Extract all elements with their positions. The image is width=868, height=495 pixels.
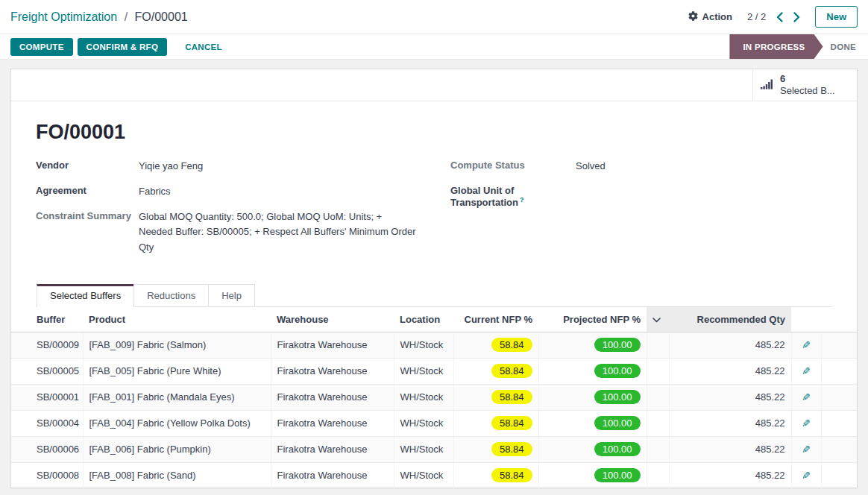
cell-warehouse[interactable]: Firakotra Warehouse xyxy=(271,462,394,488)
current-nfp-badge: 58.84 xyxy=(491,468,532,482)
col-header-product[interactable]: Product xyxy=(83,307,271,332)
cell-recommended-qty[interactable]: 485.22 xyxy=(669,384,791,410)
tab-help[interactable]: Help xyxy=(208,284,255,307)
table-row[interactable]: SB/00008 [FAB_008] Fabric (Sand) Firakot… xyxy=(11,462,857,488)
field-grid: Vendor Yiqie yao Feng Agreement Fabrics … xyxy=(36,159,832,265)
edit-pencil-icon[interactable] xyxy=(802,470,811,482)
edit-pencil-icon[interactable] xyxy=(802,339,811,351)
cell-spacer xyxy=(647,358,669,384)
chevron-right-icon[interactable] xyxy=(793,12,800,22)
cell-buffer[interactable]: SB/00008 xyxy=(11,462,83,488)
vendor-value[interactable]: Yiqie yao Feng xyxy=(139,159,203,174)
tab-reductions[interactable]: Reductions xyxy=(133,284,209,307)
cell-warehouse[interactable]: Firakotra Warehouse xyxy=(271,410,394,436)
cancel-button[interactable]: CANCEL xyxy=(177,38,230,56)
agreement-value[interactable]: Fabrics xyxy=(139,184,171,199)
cell-warehouse[interactable]: Firakotra Warehouse xyxy=(271,436,394,462)
tab-selected-buffers[interactable]: Selected Buffers xyxy=(37,284,134,307)
cell-recommended-qty[interactable]: 485.22 xyxy=(669,410,791,436)
compute-status-label: Compute Status xyxy=(450,159,576,174)
stage-in-progress[interactable]: IN PROGRESS xyxy=(729,34,823,59)
cell-warehouse[interactable]: Firakotra Warehouse xyxy=(271,332,394,358)
current-nfp-badge: 58.84 xyxy=(491,390,532,404)
edit-pencil-icon[interactable] xyxy=(802,365,811,377)
current-nfp-badge: 58.84 xyxy=(491,416,532,430)
col-header-buffer[interactable]: Buffer xyxy=(11,307,83,332)
cell-product[interactable]: [FAB_001] Fabric (Mandala Eyes) xyxy=(83,384,271,410)
cell-spacer xyxy=(647,436,669,462)
col-header-edit xyxy=(791,307,821,332)
constraint-summary-label: Constraint Summary xyxy=(36,209,139,254)
col-header-location[interactable]: Location xyxy=(394,307,453,332)
cell-location[interactable]: WH/Stock xyxy=(394,462,453,488)
optional-columns-chevron-down-icon[interactable] xyxy=(647,307,669,332)
cell-location[interactable]: WH/Stock xyxy=(394,384,453,410)
table-row[interactable]: SB/00009 [FAB_009] Fabric (Salmon) Firak… xyxy=(11,332,857,358)
cell-filler xyxy=(821,436,857,462)
col-header-current-nfp[interactable]: Current NFP % xyxy=(453,307,538,332)
table-row[interactable]: SB/00004 [FAB_004] Fabric (Yellow Polka … xyxy=(11,410,857,436)
projected-nfp-badge: 100.00 xyxy=(594,416,641,430)
cell-spacer xyxy=(647,462,669,488)
cell-warehouse[interactable]: Firakotra Warehouse xyxy=(271,358,394,384)
help-marker-icon: ? xyxy=(520,196,524,204)
table-row[interactable]: SB/00001 [FAB_001] Fabric (Mandala Eyes)… xyxy=(11,384,857,410)
compute-button[interactable]: COMPUTE xyxy=(10,38,73,56)
stage-done[interactable]: DONE xyxy=(823,34,868,59)
cell-filler xyxy=(821,410,857,436)
cell-buffer[interactable]: SB/00009 xyxy=(11,332,83,358)
cell-filler xyxy=(821,384,857,410)
global-unit-transportation-label: Global Unit of Transportation? xyxy=(450,184,576,208)
projected-nfp-badge: 100.00 xyxy=(594,338,641,352)
cell-buffer[interactable]: SB/00005 xyxy=(11,358,83,384)
stat-value: 6 xyxy=(780,73,835,85)
breadcrumb: Freight Optimization / FO/00001 xyxy=(10,10,188,24)
cell-spacer xyxy=(647,384,669,410)
bar-chart-icon xyxy=(761,79,774,92)
cell-product[interactable]: [FAB_008] Fabric (Sand) xyxy=(83,462,271,488)
vendor-label: Vendor xyxy=(36,159,139,174)
edit-pencil-icon[interactable] xyxy=(802,417,811,429)
col-header-recommended-qty[interactable]: Recommended Qty xyxy=(669,307,791,332)
form-sheet: 6 Selected B... FO/00001 Vendor Yiqie ya… xyxy=(10,69,858,488)
cell-recommended-qty[interactable]: 485.22 xyxy=(669,332,791,358)
notebook-tabs: Selected Buffers Reductions Help xyxy=(36,283,832,307)
cell-filler xyxy=(821,332,857,358)
table-row[interactable]: SB/00006 [FAB_006] Fabric (Pumpkin) Fira… xyxy=(11,436,857,462)
action-label: Action xyxy=(702,11,732,22)
new-button[interactable]: New xyxy=(815,6,858,28)
col-header-projected-nfp[interactable]: Projected NFP % xyxy=(538,307,647,332)
cell-recommended-qty[interactable]: 485.22 xyxy=(669,436,791,462)
table-row[interactable]: SB/00005 [FAB_005] Fabric (Pure White) F… xyxy=(11,358,857,384)
breadcrumb-current: FO/00001 xyxy=(135,10,188,23)
cell-location[interactable]: WH/Stock xyxy=(394,332,453,358)
cell-product[interactable]: [FAB_009] Fabric (Salmon) xyxy=(83,332,271,358)
col-header-warehouse[interactable]: Warehouse xyxy=(271,307,394,332)
cell-warehouse[interactable]: Firakotra Warehouse xyxy=(271,384,394,410)
cell-recommended-qty[interactable]: 485.22 xyxy=(669,462,791,488)
selected-buffers-stat-button[interactable]: 6 Selected B... xyxy=(752,69,857,101)
cell-location[interactable]: WH/Stock xyxy=(394,436,453,462)
cell-location[interactable]: WH/Stock xyxy=(394,410,453,436)
projected-nfp-badge: 100.00 xyxy=(594,390,641,404)
cell-buffer[interactable]: SB/00001 xyxy=(11,384,83,410)
cell-product[interactable]: [FAB_005] Fabric (Pure White) xyxy=(83,358,271,384)
confirm-rfq-button[interactable]: CONFIRM & RFQ xyxy=(78,38,168,56)
pager-value: 2 / 2 xyxy=(747,11,766,22)
edit-pencil-icon[interactable] xyxy=(802,391,811,403)
cell-product[interactable]: [FAB_006] Fabric (Pumpkin) xyxy=(83,436,271,462)
cell-location[interactable]: WH/Stock xyxy=(394,358,453,384)
cell-recommended-qty[interactable]: 485.22 xyxy=(669,358,791,384)
chevron-left-icon[interactable] xyxy=(776,12,783,22)
edit-pencil-icon[interactable] xyxy=(802,444,811,455)
cell-buffer[interactable]: SB/00004 xyxy=(11,410,83,436)
action-menu-button[interactable]: Action xyxy=(688,11,732,23)
cell-spacer xyxy=(647,332,669,358)
breadcrumb-parent[interactable]: Freight Optimization xyxy=(10,10,117,23)
current-nfp-badge: 58.84 xyxy=(491,338,532,352)
cell-filler xyxy=(821,358,857,384)
add-a-line-link[interactable]: Add a line xyxy=(11,489,857,495)
cell-buffer[interactable]: SB/00006 xyxy=(11,436,83,462)
current-nfp-badge: 58.84 xyxy=(491,364,532,378)
cell-product[interactable]: [FAB_004] Fabric (Yellow Polka Dots) xyxy=(83,410,271,436)
